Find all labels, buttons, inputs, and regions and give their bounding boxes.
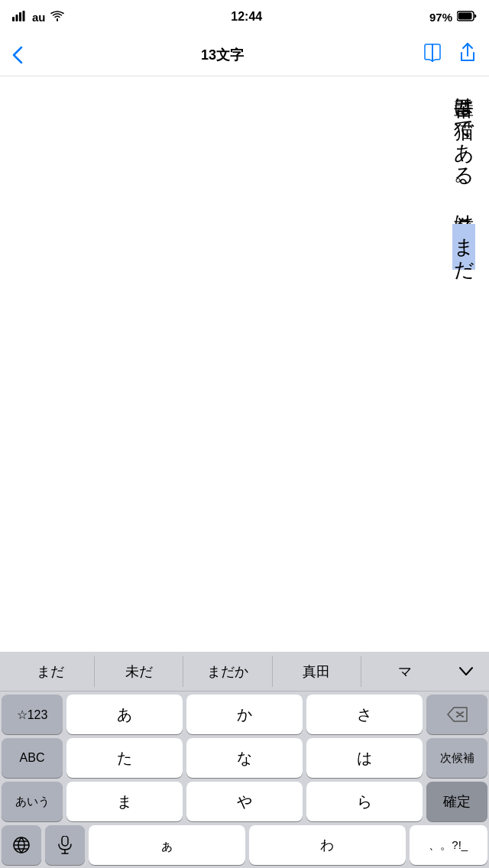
- share-icon[interactable]: [458, 42, 477, 68]
- key-small-a[interactable]: ぁ: [89, 825, 245, 865]
- vertical-text: 吾輩は猫である。 名前はまだ: [445, 84, 481, 420]
- wifi-icon: [50, 11, 64, 24]
- book-icon[interactable]: [422, 44, 443, 66]
- key-punctuation[interactable]: 、。?!_: [410, 825, 487, 865]
- svg-rect-5: [458, 12, 472, 19]
- key-a[interactable]: あ: [66, 695, 183, 734]
- key-globe[interactable]: [2, 825, 41, 865]
- svg-rect-0: [12, 17, 15, 21]
- signal-icon: [12, 11, 28, 24]
- svg-rect-1: [16, 15, 18, 21]
- key-ta[interactable]: た: [66, 738, 183, 778]
- suggestion-item-4[interactable]: マ: [361, 656, 449, 687]
- status-bar: au 12:44 97%: [0, 0, 489, 34]
- key-ya[interactable]: や: [186, 782, 303, 821]
- suggestion-list: まだ 未だ まだか 真田 マ: [6, 656, 449, 687]
- status-right: 97%: [429, 11, 477, 24]
- suggestion-item-1[interactable]: 未だ: [95, 656, 183, 687]
- nav-icons: [422, 42, 477, 68]
- keyboard-row-2: ABC た な は 次候補: [2, 738, 487, 778]
- key-wa[interactable]: わ: [249, 825, 406, 865]
- svg-rect-3: [23, 11, 25, 21]
- page-title: 13文字: [201, 46, 244, 64]
- key-delete[interactable]: [426, 695, 487, 734]
- status-time: 12:44: [231, 10, 262, 24]
- key-func-123[interactable]: ☆123: [2, 695, 63, 734]
- key-ka[interactable]: か: [186, 695, 303, 734]
- keyboard-row-1: ☆123 あ か さ: [2, 695, 487, 734]
- text-content: 吾輩は猫である。 名前はまだ: [445, 84, 481, 270]
- keyboard-area: まだ 未だ まだか 真田 マ ☆123 あ か さ: [0, 652, 489, 868]
- content-area: 吾輩は猫である。 名前はまだ: [0, 76, 489, 428]
- keyboard-row-3: あいう ま や ら 確定: [2, 782, 487, 821]
- key-na[interactable]: な: [186, 738, 303, 778]
- key-next-candidate[interactable]: 次候補: [426, 738, 487, 778]
- suggestion-item-2[interactable]: まだか: [183, 656, 272, 687]
- key-mic[interactable]: [45, 825, 85, 865]
- battery-icon: [457, 11, 477, 24]
- suggestion-expand-button[interactable]: [449, 666, 483, 677]
- suggestion-item-3[interactable]: 真田: [273, 656, 361, 687]
- svg-rect-2: [19, 12, 21, 21]
- back-button[interactable]: [12, 46, 23, 64]
- status-left: au: [12, 11, 64, 24]
- keyboard-rows: ☆123 あ か さ ABC た な は 次候補 あいう ま や ら 確: [0, 691, 489, 868]
- suggestion-item-0[interactable]: まだ: [6, 656, 95, 687]
- keyboard-row-4: ぁ わ 、。?!_: [2, 825, 487, 865]
- suggestions-bar: まだ 未だ まだか 真田 マ: [0, 652, 489, 691]
- key-sa[interactable]: さ: [306, 695, 423, 734]
- battery-percent: 97%: [429, 11, 452, 24]
- carrier-label: au: [32, 11, 46, 24]
- key-ha[interactable]: は: [306, 738, 423, 778]
- key-func-abc[interactable]: ABC: [2, 738, 63, 778]
- svg-rect-7: [62, 836, 68, 846]
- key-confirm[interactable]: 確定: [426, 782, 487, 821]
- key-ra[interactable]: ら: [306, 782, 423, 821]
- text-highlighted-part: まだ: [452, 224, 475, 270]
- key-func-aiueo[interactable]: あいう: [2, 782, 63, 821]
- text-normal-part1: 吾輩は猫である。 名前は: [452, 84, 475, 224]
- key-ma[interactable]: ま: [66, 782, 183, 821]
- nav-bar: 13文字: [0, 34, 489, 76]
